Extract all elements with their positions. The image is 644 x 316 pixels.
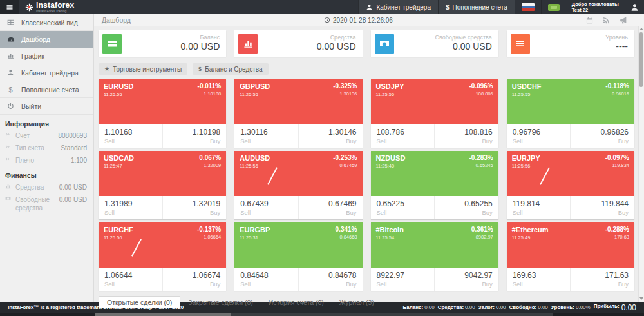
sell-price: 169.63 [513,271,565,281]
calendar-icon[interactable] [586,17,593,24]
sell-quote[interactable]: 169.63Sell [507,268,571,291]
hamburger-menu-button[interactable] [0,0,19,14]
rss-icon[interactable] [603,17,610,24]
sidebar-item-trader-cabinet[interactable]: Кабинет трейдера [0,64,93,81]
buy-quote[interactable]: 9042.97Buy [434,268,498,291]
finance-row-free-margin: Свободные средства 0.00 USD [0,193,93,214]
trading-app-window: instaforex Instant Forex Trading Кабинет… [0,0,644,316]
buy-quote[interactable]: 108.816Buy [434,124,498,148]
instrument-tile-nzdusd[interactable]: NZDUSD11:25:40-0.283%0.652450.65225Sell0… [371,151,498,219]
tab-closed-trades[interactable]: Закрытые сделки (0) [180,297,260,308]
instrument-symbol: EURCHF [104,226,133,233]
sell-quote[interactable]: 8922.97Sell [371,268,435,291]
instrument-symbol: USDCAD [104,154,134,162]
banknote-icon [5,195,15,212]
menu-lines-icon [511,34,530,54]
datetime-text: 2020-01-28 12:26:06 [333,17,393,24]
buy-quote[interactable]: 1.32019Buy [162,196,227,219]
megaphone-icon[interactable] [620,16,627,24]
sell-quote[interactable]: 0.84648Sell [234,268,298,291]
language-flag-russian[interactable] [515,0,541,14]
trading-instruments-button[interactable]: ★ Торговые инструменты [99,63,187,75]
buy-quote[interactable]: 171.63Buy [570,268,634,291]
scrollbar-thumb[interactable] [639,32,643,87]
instrument-symbol: EURJPY [512,154,540,162]
sell-quote[interactable]: 0.65225Sell [371,196,435,219]
sidebar-section-finance: Финансы [0,166,93,181]
quote-time: 11:25:55 [512,92,542,97]
tab-account-history[interactable]: История счета (0) [261,297,332,308]
scroll-down-arrow[interactable] [639,297,643,300]
sidebar-item-logout[interactable]: Выйти [0,98,93,115]
sell-quote[interactable]: 108.786Sell [371,124,435,148]
buy-quote[interactable]: 0.67469Buy [298,196,363,219]
balance-and-funds-button[interactable]: $ Баланс и Средства [193,63,269,75]
instrument-tile-eurjpy[interactable]: EURJPY11:25:56-0.097%119.834119.814Sell1… [507,151,634,219]
instrument-symbol: GBPUSD [240,83,270,90]
instrument-tile-usdjpy[interactable]: USDJPY11:25:56-0.096%108.806108.786Sell1… [371,79,498,148]
buy-quote[interactable]: 0.65255Buy [434,196,498,219]
instrument-tile-bitcoin[interactable]: #Bitcoin11:25:540.361%8982.978922.97Sell… [371,222,498,291]
change-percent: -0.288% [605,226,629,233]
buy-quote[interactable]: 1.10198Buy [162,124,227,148]
quote-footer: 108.786Sell108.816Buy [371,124,498,148]
bar-chart-icon [5,183,15,192]
sidebar-item-deposit[interactable]: $ Пополнение счета [0,81,93,98]
scroll-up-arrow[interactable] [639,28,643,30]
buy-label: Buy [576,137,629,145]
trader-cabinet-button[interactable]: Кабинет трейдера [358,0,438,14]
buy-quote[interactable]: 0.96826Buy [570,124,634,148]
instrument-symbol: EURGBP [240,226,270,233]
instrument-tile-eurchf[interactable]: EURCHF11:25:56-0.137%1.066641.06644Sell1… [99,222,226,291]
tab-journal[interactable]: Журнал (3) [332,297,382,308]
grid-icon [0,19,21,26]
scrollbar-thumb[interactable] [95,313,231,316]
instrument-tile-eurgbp[interactable]: EURGBP11:25:310.341%0.846680.84648Sell0.… [234,222,362,291]
sell-price: 0.67439 [240,199,292,209]
deposit-button[interactable]: $ Пополнение счета [438,0,515,14]
info-row-account: Счет 80800693 [0,130,93,142]
horizontal-scrollbar[interactable] [0,313,644,316]
instrument-tile-ethereum[interactable]: #Ethereum11:25:49-0.288%170.63169.63Sell… [507,222,634,291]
sell-quote[interactable]: 1.31989Sell [99,196,162,219]
logo[interactable]: instaforex Instant Forex Trading [19,0,80,14]
equity-value: 0.00 USD [59,183,87,192]
margin-level-card: Уровень ---- [507,30,634,57]
sell-quote[interactable]: 1.10168Sell [99,124,162,148]
buy-quote[interactable]: 1.30146Buy [298,124,363,148]
instrument-tile-eurusd[interactable]: EURUSD11:25:55-0.011%1.101881.10168Sell1… [99,79,226,148]
user-avatar-button[interactable] [625,0,644,14]
instrument-symbol: #Bitcoin [376,226,404,233]
sell-quote[interactable]: 0.96796Sell [507,124,571,148]
sell-quote[interactable]: 119.814Sell [507,196,571,219]
change-percent: -0.137% [197,226,221,233]
sell-quote[interactable]: 0.67439Sell [234,196,298,219]
instrument-tile-audusd[interactable]: AUDUSD11:25:56-0.253%0.674590.67439Sell0… [234,151,362,219]
instrument-tile-usdchf[interactable]: USDCHF11:25:55-0.118%0.968160.96796Sell0… [507,79,634,148]
tile-header: #Ethereum11:25:49-0.288%170.63 [507,222,634,268]
vertical-scrollbar[interactable] [638,26,644,302]
russian-flag-icon [522,3,535,11]
sidebar-item-dashboard[interactable]: Дашборд [0,31,93,48]
currency-selector[interactable] [541,0,566,14]
quote-time: 11:25:40 [376,163,406,169]
trader-cabinet-label: Кабинет трейдера [376,4,431,11]
change-percent: -0.283% [469,154,493,161]
sell-quote[interactable]: 1.30116Sell [234,124,298,148]
change-percent: -0.118% [605,83,629,90]
tile-header: USDJPY11:25:56-0.096%108.806 [371,79,498,124]
instrument-tile-gbpusd[interactable]: GBPUSD11:25:55-0.325%1.301361.30116Sell1… [234,79,362,148]
buy-quote[interactable]: 0.84678Buy [298,268,363,291]
sidebar-item-classic-view[interactable]: Классический вид [0,14,93,31]
person-icon [366,4,373,11]
tab-open-trades[interactable]: Открытые сделки (0) [99,296,180,308]
instrument-symbol: #Ethereum [512,226,549,233]
instrument-tile-usdcad[interactable]: USDCAD11:25:470.067%1.320091.31989Sell1.… [99,151,226,219]
buy-quote[interactable]: 1.06674Buy [162,268,227,291]
sell-quote[interactable]: 1.06644Sell [99,268,162,291]
buy-quote[interactable]: 119.844Buy [570,196,634,219]
sell-label: Sell [377,137,429,145]
sidebar-item-chart[interactable]: График [0,48,93,64]
sidebar: Классический вид Дашборд График Кабинет … [0,14,94,302]
last-price: 1.06664 [197,234,221,240]
